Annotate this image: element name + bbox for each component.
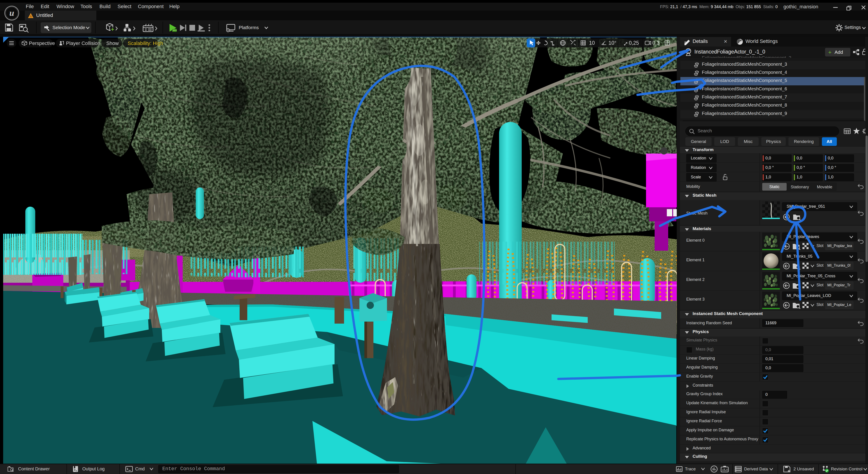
svg-text:10°: 10° xyxy=(609,40,616,46)
svg-text:0,25: 0,25 xyxy=(629,40,639,46)
svg-text:0,3: 0,3 xyxy=(652,40,659,46)
svg-text:u: u xyxy=(9,8,14,18)
svg-text:10: 10 xyxy=(589,40,595,46)
